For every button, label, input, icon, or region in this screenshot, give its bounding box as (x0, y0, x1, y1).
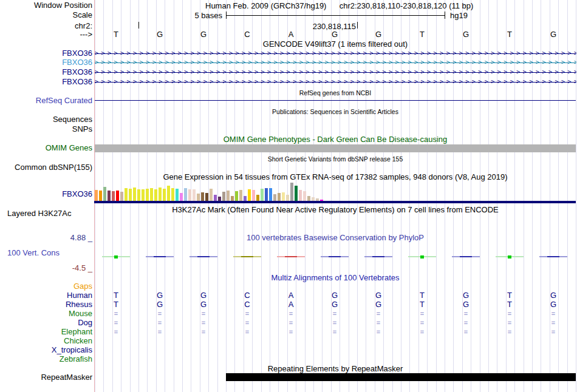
gtex-tissue-bar[interactable] (125, 188, 128, 201)
multiz-species-label[interactable]: Chicken (0, 337, 92, 345)
gtex-tissue-bar[interactable] (142, 189, 145, 201)
multiz-species-label[interactable]: Zebrafish (0, 355, 92, 363)
omim-gene-bar[interactable] (95, 144, 576, 152)
gtex-tissue-bar[interactable] (180, 193, 183, 201)
omim-genes-label[interactable]: OMIM Genes (0, 144, 92, 152)
gtex-tissue-bar[interactable] (244, 196, 247, 201)
gencode-gene-label[interactable]: FBXO36 (0, 68, 92, 76)
gtex-tissue-bar[interactable] (218, 197, 221, 201)
gtex-tissue-bar[interactable] (95, 190, 98, 201)
gencode-gene-line[interactable]: >>>>>>>>>>>>>>>>>>>>>>>>>>>>>>>>>>>>>>>>… (95, 68, 576, 76)
gtex-tissue-bar[interactable] (137, 189, 140, 201)
gtex-tissue-bar[interactable] (261, 189, 264, 201)
refseq-curated-label[interactable]: RefSeq Curated (0, 96, 92, 105)
gtex-tissue-bar[interactable] (210, 189, 213, 201)
gtex-tissue-bar[interactable] (239, 190, 242, 201)
gtex-tissue-bar[interactable] (299, 190, 302, 201)
gtex-tissue-bar[interactable] (116, 191, 119, 201)
gtex-tissue-bar[interactable] (197, 194, 200, 201)
phylop-segment[interactable] (321, 256, 349, 257)
dbsnp-track-label[interactable]: Common dbSNP(155) (0, 163, 92, 172)
phylop-segment[interactable] (496, 256, 524, 257)
gencode-gene-label[interactable]: FBXO36 (0, 49, 92, 58)
gtex-tissue-bar[interactable] (227, 191, 230, 201)
gtex-tissue-bar[interactable] (278, 193, 281, 201)
gtex-tissue-bar[interactable] (205, 193, 208, 201)
gtex-tissue-bar[interactable] (256, 195, 259, 201)
gtex-tissue-bar[interactable] (163, 189, 166, 201)
gencode-gene-label[interactable]: FBXO36 (0, 58, 92, 67)
gtex-tissue-bar[interactable] (214, 195, 217, 201)
gtex-tissue-bar[interactable] (193, 189, 196, 201)
phylop-segment[interactable] (539, 256, 567, 257)
gtex-tissue-bar[interactable] (201, 192, 204, 201)
gtex-tissue-bar[interactable] (188, 189, 191, 201)
gencode-gene-line[interactable]: >>>>>>>>>>>>>>>>>>>>>>>>>>>>>>>>>>>>>>>>… (95, 78, 576, 86)
gtex-tissue-bar[interactable] (273, 194, 276, 201)
gtex-tissue-bar[interactable] (231, 196, 234, 201)
base-glyph: = (269, 319, 313, 327)
gtex-tissue-bar[interactable] (286, 195, 289, 201)
phylop-segment[interactable] (102, 256, 130, 257)
multiz-species-label[interactable]: X_tropicalis (0, 346, 92, 354)
gtex-tissue-bar[interactable] (235, 191, 238, 201)
gencode-gene-label[interactable]: FBXO36 (0, 78, 92, 86)
gtex-tissue-bar[interactable] (290, 183, 293, 201)
snps-track-label[interactable]: SNPs (0, 125, 92, 133)
gtex-tissue-bar[interactable] (295, 186, 298, 201)
gtex-tissue-bar[interactable] (99, 191, 102, 201)
gencode-gene-line[interactable]: >>>>>>>>>>>>>>>>>>>>>>>>>>>>>>>>>>>>>>>>… (95, 49, 576, 58)
gtex-tissue-bar[interactable] (167, 186, 170, 201)
refseq-gene-line[interactable] (95, 100, 576, 101)
gtex-tissue-bar[interactable] (303, 191, 306, 201)
phylop-segment[interactable] (277, 256, 305, 257)
phylop-segment[interactable] (233, 256, 261, 257)
gtex-tissue-bar[interactable] (184, 188, 187, 201)
gtex-tissue-bar[interactable] (129, 189, 132, 201)
gencode-gene-line[interactable]: >>>>>>>>>>>>>>>>>>>>>>>>>>>>>>>>>>>>>>>>… (95, 58, 576, 67)
gtex-tissue-bar[interactable] (103, 187, 106, 201)
gtex-tissue-bar[interactable] (146, 189, 149, 201)
gtex-tissue-bar[interactable] (307, 196, 310, 201)
phylop-segment[interactable] (364, 256, 392, 257)
multiz-species-label[interactable]: Gaps (0, 282, 92, 291)
gtex-tissue-bar[interactable] (150, 188, 153, 201)
gtex-tissue-bar[interactable] (248, 189, 251, 201)
phylop-segment[interactable] (408, 256, 436, 257)
phylop-segment[interactable] (452, 256, 480, 257)
phylop-segment-core (547, 256, 559, 257)
gtex-tissue-bar[interactable] (171, 188, 174, 201)
repeatmasker-element-bar[interactable] (226, 373, 576, 381)
base-glyph: G (182, 291, 225, 300)
gtex-tissue-bar[interactable] (282, 192, 285, 201)
phylop-segment-core (241, 256, 253, 257)
multiz-species-label[interactable]: Rhesus (0, 300, 92, 309)
gtex-tissue-bar[interactable] (108, 191, 111, 201)
gtex-tissue-bar[interactable] (120, 192, 123, 201)
gtex-track-title: Gene Expression in 54 tissues from GTEx … (95, 173, 576, 181)
gtex-tissue-bar[interactable] (252, 190, 255, 201)
multiz-species-label[interactable]: Mouse (0, 309, 92, 318)
multiz-species-label[interactable]: Elephant (0, 328, 92, 336)
gtex-tissue-bar[interactable] (222, 192, 225, 201)
phylop-segment-core (460, 256, 472, 257)
gtex-tissue-bar[interactable] (265, 188, 268, 201)
scale-value: 5 bases (162, 11, 222, 20)
base-glyph: = (444, 309, 488, 318)
gtex-tissue-bar[interactable] (154, 189, 157, 201)
gtex-tissue-bar[interactable] (176, 189, 179, 201)
phylop-segment[interactable] (146, 256, 174, 257)
multiz-species-label[interactable]: Human (0, 291, 92, 300)
sequences-track-label[interactable]: Sequences (0, 115, 92, 124)
position-title: Human Feb. 2009 (GRCh37/hg19) chr2:230,8… (205, 1, 473, 10)
gtex-tissue-bar[interactable] (112, 191, 115, 201)
multiz-species-label[interactable]: Dog (0, 319, 92, 327)
gtex-tissue-bar[interactable] (269, 188, 272, 201)
gtex-gene-label[interactable]: FBXO36 (0, 190, 92, 198)
gtex-tissue-bar[interactable] (133, 188, 136, 201)
gtex-tissue-bar[interactable] (159, 188, 162, 201)
repeatmasker-track-label[interactable]: RepeatMasker (0, 373, 92, 382)
phylop-track-label[interactable]: 100 Vert. Cons (7, 249, 60, 257)
h3k27ac-track-label[interactable]: Layered H3K27Ac (7, 209, 72, 218)
phylop-segment[interactable] (189, 256, 217, 257)
